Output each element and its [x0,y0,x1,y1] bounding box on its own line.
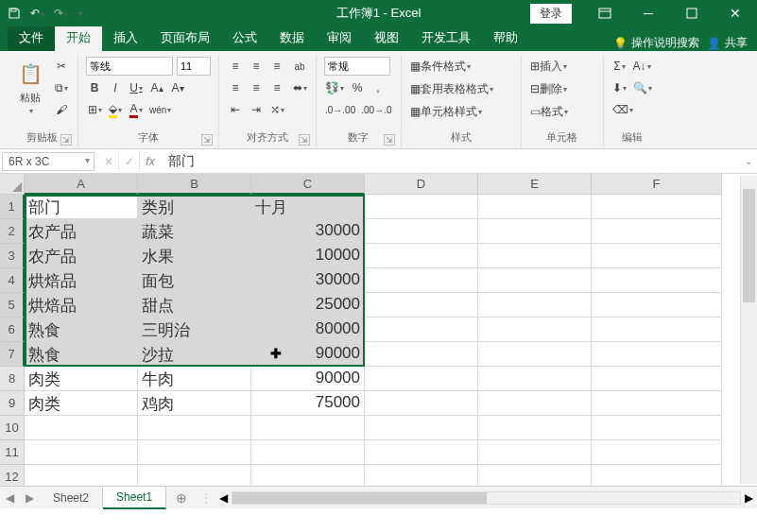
tab-file[interactable]: 文件 [8,25,55,51]
format-cells-button[interactable]: ▭ 格式▾ [529,102,595,121]
cell-B8[interactable]: 牛肉 [138,367,251,391]
cell-C7[interactable]: 90000 [251,342,365,367]
tab-layout[interactable]: 页面布局 [149,25,221,51]
tab-formulas[interactable]: 公式 [221,25,268,51]
tab-home[interactable]: 开始 [55,25,102,51]
cell-F9[interactable] [592,391,722,416]
cell-B1[interactable]: 类别 [138,195,251,219]
cell-F4[interactable] [592,268,722,293]
cell-D4[interactable] [365,268,478,293]
align-dialog-icon[interactable]: ⇲ [299,134,310,146]
col-header-B[interactable]: B [138,174,251,195]
cell-F3[interactable] [592,244,722,268]
cell-D12[interactable] [365,465,478,486]
accounting-button[interactable]: 💱▾ [324,78,345,97]
cell-F6[interactable] [592,317,722,342]
cell-F11[interactable] [592,440,722,465]
worksheet-grid[interactable]: A B C D E F 1部门类别十月2农产品蔬菜300003农产品水果1000… [0,174,757,486]
underline-button[interactable]: U▾ [128,78,145,97]
cell-E8[interactable] [478,367,592,391]
cell-C3[interactable]: 10000 [251,244,365,268]
paste-button[interactable]: 📋 粘贴 ▾ [13,57,47,117]
cell-E4[interactable] [478,268,592,293]
cell-F8[interactable] [592,367,722,391]
cell-A11[interactable] [25,440,138,465]
save-icon[interactable] [8,7,21,20]
sheet-nav-prev-icon[interactable]: ◀ [0,491,20,505]
cell-E10[interactable] [478,416,592,440]
row-header-2[interactable]: 2 [0,219,25,244]
cell-E5[interactable] [478,293,592,317]
autosum-button[interactable]: Σ▾ [611,57,628,76]
row-header-12[interactable]: 12 [0,465,25,486]
row-header-5[interactable]: 5 [0,293,25,317]
cell-E6[interactable] [478,317,592,342]
col-header-A[interactable]: A [25,174,138,195]
align-bottom-button[interactable]: ≡ [268,57,285,76]
tab-review[interactable]: 审阅 [316,25,363,51]
enter-formula-icon[interactable]: ✓ [119,151,140,172]
qat-customize-icon[interactable]: ▾ [78,9,82,18]
cell-B9[interactable]: 鸡肉 [138,391,251,416]
cell-D2[interactable] [365,219,478,244]
row-header-4[interactable]: 4 [0,268,25,293]
sheet-tab-sheet2[interactable]: Sheet2 [40,488,103,508]
cell-F2[interactable] [592,219,722,244]
sort-filter-button[interactable]: A↓▾ [632,57,652,76]
decrease-indent-button[interactable]: ⇤ [227,100,244,119]
conditional-formatting-button[interactable]: ▦ 条件格式▾ [409,57,513,76]
fill-color-button[interactable]: ⬙▾ [107,100,124,119]
phonetic-button[interactable]: wén▾ [148,100,172,119]
clear-button[interactable]: ⌫▾ [611,100,634,119]
row-header-1[interactable]: 1 [0,195,25,219]
cell-D1[interactable] [365,195,478,219]
tab-insert[interactable]: 插入 [102,25,149,51]
close-icon[interactable]: ✕ [714,0,757,26]
increase-decimal-button[interactable]: .0→.00 [324,100,356,119]
italic-button[interactable]: I [107,78,124,97]
wrap-text-button[interactable]: ab [291,57,308,76]
align-top-button[interactable]: ≡ [227,57,244,76]
cell-D5[interactable] [365,293,478,317]
cell-A1[interactable]: 部门 [25,195,138,219]
name-box[interactable]: 6R x 3C [2,152,95,171]
font-size-select[interactable] [177,57,211,76]
cell-B4[interactable]: 面包 [138,268,251,293]
cell-B7[interactable]: 沙拉 [138,342,251,367]
cell-C2[interactable]: 30000 [251,219,365,244]
cell-A2[interactable]: 农产品 [25,219,138,244]
cell-F10[interactable] [592,416,722,440]
cell-F1[interactable] [592,195,722,219]
cell-A5[interactable]: 烘焙品 [25,293,138,317]
cut-button[interactable]: ✂ [53,57,70,76]
cell-styles-button[interactable]: ▦ 单元格样式▾ [409,102,513,121]
tab-view[interactable]: 视图 [363,25,410,51]
row-header-8[interactable]: 8 [0,367,25,391]
row-header-9[interactable]: 9 [0,391,25,416]
horizontal-scrollbar[interactable]: ◀▶ [215,491,757,505]
cell-B6[interactable]: 三明治 [138,317,251,342]
cell-A9[interactable]: 肉类 [25,391,138,416]
vertical-scrollbar[interactable] [740,176,757,484]
cell-C4[interactable]: 30000 [251,268,365,293]
cell-D7[interactable] [365,342,478,367]
increase-font-button[interactable]: A▴ [148,78,165,97]
col-header-E[interactable]: E [478,174,592,195]
minimize-icon[interactable]: ─ [627,0,670,26]
row-header-6[interactable]: 6 [0,317,25,342]
fx-icon[interactable]: fx [140,155,161,168]
cell-A7[interactable]: 熟食 [25,342,138,367]
comma-button[interactable]: , [370,78,387,97]
formula-expand-icon[interactable]: ⌄ [740,156,757,166]
row-header-7[interactable]: 7 [0,342,25,367]
cell-A4[interactable]: 烘焙品 [25,268,138,293]
cell-A8[interactable]: 肉类 [25,367,138,391]
align-middle-button[interactable]: ≡ [248,57,265,76]
cell-B3[interactable]: 水果 [138,244,251,268]
font-color-button[interactable]: A▾ [128,100,145,119]
copy-button[interactable]: ⧉▾ [53,78,70,97]
cell-C1[interactable]: 十月 [251,195,365,219]
col-header-F[interactable]: F [592,174,722,195]
tab-data[interactable]: 数据 [268,25,316,51]
cell-B12[interactable] [138,465,251,486]
